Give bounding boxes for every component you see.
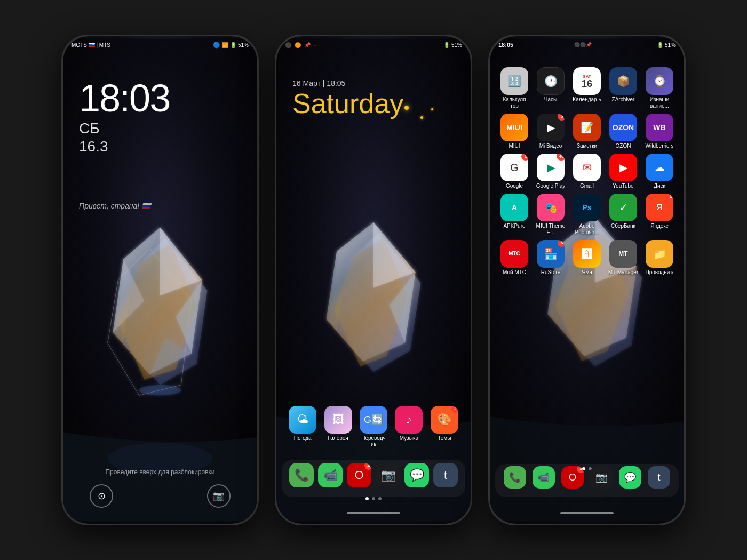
greeting-text: Привет, страна! 🇷🇺: [79, 202, 150, 210]
dock-facetime[interactable]: 📹: [317, 463, 343, 487]
music-label: Музыка: [400, 435, 418, 442]
lock-actions: ⊙ 📷: [63, 484, 257, 508]
status-bar-lock: MGTS 🇷🇺 | MTS 🔵 📶 🔋 51%: [63, 36, 257, 53]
app-gallery[interactable]: 🖼 Галерея: [323, 406, 354, 448]
dock2-phone-icon: 📞: [504, 466, 526, 489]
phone-icon: 📞: [289, 463, 314, 487]
themes-badge: 2: [451, 406, 458, 413]
app-zarchiver[interactable]: 📦 ZArchiver: [608, 67, 639, 109]
gmail-label: Gmail: [580, 183, 594, 189]
phone-home-screen-2: 18:05 ⚫⚫📌··· 🔋 51% 🔢 Калькуля тор 🕐 Часы: [488, 35, 686, 525]
lock-time: 18:03 СБ 16.3: [79, 79, 170, 155]
home-clock-widget: 16 Март | 18:05 Saturday: [292, 79, 403, 117]
app-wildberries[interactable]: WB Wildberrie s: [644, 114, 675, 149]
app-mivideo[interactable]: 3 ▶ Mi Видео: [535, 114, 566, 149]
app-clock[interactable]: 🕐 Часы: [535, 67, 566, 109]
dock2-opera[interactable]: 4 O: [561, 466, 584, 489]
app-apkpure[interactable]: A APKPure: [499, 194, 530, 236]
dock-phone[interactable]: 📞: [289, 463, 314, 487]
zarchiver-icon: 📦: [609, 67, 637, 95]
dock-camera[interactable]: 📷: [375, 463, 401, 487]
rustore-badge: 6: [558, 240, 565, 247]
explorer-label: Проводни к: [646, 269, 674, 276]
dock-tumblr[interactable]: t: [433, 463, 458, 487]
camera-lock-button[interactable]: 📷: [207, 484, 231, 508]
bottom-dock-2: 📞 📹 4 O 📷 💬 t: [500, 464, 673, 491]
app-yandex[interactable]: 1 Я Яндекс: [644, 194, 675, 236]
home2-indicator-bar: [490, 502, 684, 524]
mivideo-label: Mi Видео: [539, 143, 562, 149]
ozon-label: OZON: [616, 143, 631, 149]
app-ama[interactable]: 🅰 Яма: [571, 240, 602, 276]
googleplay-badge: 40: [557, 154, 565, 161]
bottom-dock: 📞 📹 4 O 📷 💬 t: [287, 460, 460, 491]
app-moymts[interactable]: МТС Мой МТС: [499, 240, 530, 276]
app-sberbank[interactable]: ✓ СберБанк: [608, 194, 639, 236]
app-disk[interactable]: ☁ Диск: [644, 154, 675, 189]
flashlight-button[interactable]: ⊙: [90, 484, 113, 508]
notes-label: Заметки: [577, 143, 597, 149]
app-mtmanager[interactable]: MT MT Manager: [608, 240, 639, 276]
googleplay-label: Google Play: [536, 183, 565, 189]
disk-icon: ☁: [646, 154, 673, 181]
app-themes[interactable]: 2 🎨 Темы: [429, 406, 460, 448]
facetime-icon: 📹: [318, 463, 343, 487]
grid-row-4: A APKPure 🎭 MIUI Theme E... Ps Adobe Pho…: [496, 194, 678, 236]
app-photoshop[interactable]: Ps Adobe Photosh...: [571, 194, 602, 236]
apkpure-icon: A: [500, 194, 528, 221]
app-ozon[interactable]: OZON OZON: [608, 114, 639, 149]
photoshop-label: Adobe Photosh...: [571, 223, 602, 236]
mtmanager-icon: MT: [609, 240, 637, 268]
dock2-facetime[interactable]: 📹: [532, 466, 555, 489]
sberbank-label: СберБанк: [611, 223, 635, 229]
dock2-phone[interactable]: 📞: [503, 466, 527, 489]
miui-label: MIUI: [508, 143, 520, 149]
youtube-icon: ▶: [609, 154, 637, 181]
dock-apps-row: 🌤 Погода 🖼 Галерея G🔄 Переводч ик ♪ Музы…: [285, 406, 462, 448]
app-gmail[interactable]: ✉ Gmail: [571, 154, 602, 189]
whatsapp-icon: 💬: [404, 463, 429, 487]
dock-opera[interactable]: 4 O: [346, 463, 372, 487]
miui-icon: MIUI: [500, 114, 528, 141]
grid-row-5: МТС Мой МТС 6 🏪 RuStore 🅰 Яма MT MT Ma: [496, 240, 678, 276]
app-youtube[interactable]: ▶ YouTube: [608, 154, 639, 189]
dock2-opera-icon: 4 O: [561, 466, 584, 489]
app-miui[interactable]: MIUI MIUI: [499, 114, 530, 149]
ama-icon: 🅰: [573, 240, 601, 268]
app-music[interactable]: ♪ Музыка: [393, 406, 424, 448]
translate-icon: G🔄: [360, 406, 387, 434]
date-display: СБ 16.3: [79, 119, 170, 155]
app-explorer[interactable]: 📁 Проводни к: [644, 240, 675, 276]
opera-icon: 4 O: [347, 463, 371, 487]
app-weather[interactable]: 🌤 Погода: [287, 406, 318, 448]
home-indicator-bar: [276, 502, 471, 524]
status-bar-home1: ⚫ 🟠 📌 ··· 🔋 51%: [276, 36, 471, 53]
app-miuitheme[interactable]: 🎭 MIUI Theme E...: [535, 194, 566, 236]
clock-icon: 🕐: [537, 67, 565, 95]
dock2-camera[interactable]: 📷: [590, 466, 613, 489]
dock2-tumblr[interactable]: t: [647, 466, 671, 489]
app-rustore[interactable]: 6 🏪 RuStore: [535, 240, 566, 276]
app-calc[interactable]: 🔢 Калькуля тор: [499, 67, 530, 109]
time-display: 18:03: [79, 79, 170, 117]
dock2-whatsapp[interactable]: 💬: [618, 466, 642, 489]
app-notes[interactable]: 📝 Заметки: [571, 114, 602, 149]
themes-icon: 2 🎨: [431, 406, 458, 434]
phone-home-screen-1: ⚫ 🟠 📌 ··· 🔋 51% 16 Март | 18:05 Saturday: [275, 35, 472, 525]
wildberries-icon: WB: [646, 114, 673, 141]
dock-whatsapp[interactable]: 💬: [404, 463, 430, 487]
app-googleplay[interactable]: 40 ▶ Google Play: [535, 154, 566, 189]
google-badge: 1: [521, 154, 528, 161]
app-translate[interactable]: G🔄 Переводч ик: [358, 406, 389, 448]
calc-icon: 🔢: [500, 67, 528, 95]
app-google[interactable]: 1 G Google: [499, 154, 530, 189]
app-wear[interactable]: ⌚ Изнаши вание...: [644, 67, 675, 109]
calendar-icon: SAT 16: [573, 67, 601, 95]
opera-badge: 4: [364, 463, 371, 470]
notes-icon: 📝: [573, 114, 601, 141]
youtube-label: YouTube: [613, 183, 633, 189]
gallery-icon: 🖼: [324, 406, 352, 434]
grid-row-2: MIUI MIUI 3 ▶ Mi Видео 📝 Заметки OZON O: [496, 114, 678, 149]
app-calendar[interactable]: SAT 16 Календар ь: [571, 67, 602, 109]
googleplay-icon: 40 ▶: [537, 154, 565, 181]
